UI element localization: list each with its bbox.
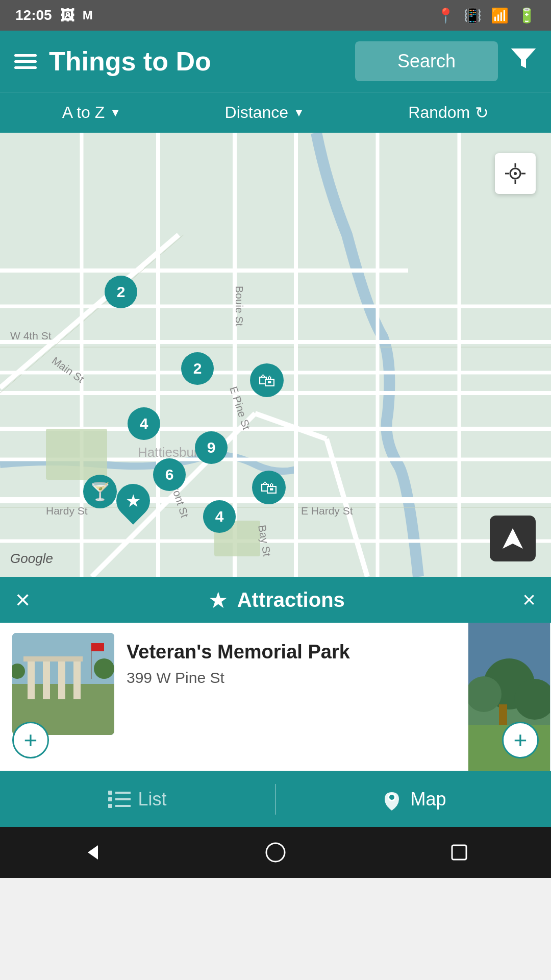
svg-rect-24: [46, 429, 107, 480]
svg-rect-45: [28, 658, 35, 699]
svg-rect-65: [108, 797, 112, 801]
status-bar: 12:05 🖼 M 📍 📳 📶 🔋: [0, 0, 551, 31]
svg-rect-64: [108, 791, 112, 795]
map-marker-6[interactable]: 6: [153, 458, 186, 491]
navigate-button[interactable]: [490, 516, 536, 561]
svg-rect-48: [73, 658, 81, 699]
svg-rect-46: [43, 658, 50, 699]
venue-name: Veteran's Memorial Park: [127, 641, 350, 663]
svg-rect-49: [23, 656, 83, 662]
map-marker-drink[interactable]: 🍸: [83, 475, 117, 508]
panel-card-info: Veteran's Memorial Park 399 W Pine St: [114, 633, 362, 761]
battery-icon: 🔋: [518, 7, 536, 24]
panel-header-left: ★ Attractions: [208, 587, 345, 613]
panel-container: × ★ Attractions ×: [0, 577, 551, 771]
map-roads-svg: Bouie St Main St E Pine St W Front St Ha…: [0, 133, 551, 577]
svg-text:E Hardy St: E Hardy St: [301, 505, 353, 517]
map-pin-icon: [381, 788, 403, 811]
svg-point-70: [266, 843, 285, 862]
status-time: 12:05: [15, 7, 52, 23]
sort-random-refresh-icon: ↻: [475, 103, 489, 122]
list-nav-label: List: [138, 789, 166, 810]
svg-rect-66: [108, 804, 112, 808]
location-icon: 📍: [437, 7, 455, 24]
wifi-icon: 📶: [491, 7, 509, 24]
panel-close-left-button[interactable]: ×: [15, 587, 30, 612]
svg-rect-47: [58, 658, 65, 699]
map-container[interactable]: Bouie St Main St E Pine St W Front St Ha…: [0, 133, 551, 577]
svg-point-68: [389, 795, 394, 800]
status-bar-right: 📍 📳 📶 🔋: [437, 7, 536, 24]
search-input[interactable]: Search: [355, 41, 498, 81]
sort-distance-arrow-icon: ▼: [293, 106, 305, 119]
panel-header: × ★ Attractions ×: [0, 577, 551, 623]
svg-marker-69: [88, 845, 98, 860]
panel-close-button[interactable]: ×: [522, 587, 536, 612]
svg-rect-51: [91, 643, 104, 651]
map-marker-2a[interactable]: 2: [105, 276, 137, 308]
list-nav-button[interactable]: List: [0, 771, 275, 827]
list-icon: [108, 790, 131, 809]
map-marker-shop-2[interactable]: 🛍: [252, 471, 286, 504]
add-left-button[interactable]: +: [12, 722, 49, 758]
panel-card[interactable]: Veteran's Memorial Park 399 W Pine St: [0, 623, 468, 771]
filter-icon[interactable]: [510, 45, 537, 78]
panel-content: Veteran's Memorial Park 399 W Pine St + …: [0, 623, 551, 771]
svg-text:Hardy St: Hardy St: [46, 505, 88, 517]
svg-text:Bouie St: Bouie St: [234, 286, 245, 327]
svg-marker-41: [503, 528, 523, 549]
map-nav-label: Map: [410, 789, 446, 810]
back-button[interactable]: [81, 841, 103, 864]
sort-distance-button[interactable]: Distance ▼: [225, 103, 305, 122]
vibrate-icon: 📳: [464, 7, 482, 24]
attractions-star-icon: ★: [208, 587, 228, 613]
svg-rect-71: [452, 845, 466, 860]
page-title: Things to Do: [49, 46, 343, 77]
map-marker-4b[interactable]: 4: [203, 500, 236, 533]
add-right-button[interactable]: +: [502, 722, 539, 758]
status-bar-left: 12:05 🖼 M: [15, 7, 93, 24]
sort-az-arrow-icon: ▼: [110, 106, 121, 119]
header: Things to Do Search: [0, 31, 551, 92]
svg-point-40: [514, 172, 517, 175]
map-marker-shop-1[interactable]: 🛍: [250, 363, 284, 397]
map-nav-button[interactable]: Map: [276, 771, 551, 827]
gmail-icon: M: [83, 8, 93, 22]
svg-marker-0: [512, 49, 535, 67]
svg-point-52: [94, 658, 114, 679]
map-marker-2b[interactable]: 2: [181, 352, 214, 385]
sort-random-button[interactable]: Random ↻: [408, 103, 489, 122]
panel-title: Attractions: [237, 589, 345, 611]
google-logo: Google: [10, 551, 53, 567]
bottom-navigation: List Map: [0, 771, 551, 827]
venue-image: [12, 633, 114, 735]
photo-icon: 🖼: [60, 7, 74, 24]
recents-button[interactable]: [448, 841, 470, 864]
svg-text:W 4th St: W 4th St: [10, 330, 52, 341]
map-marker-star-pin[interactable]: ★: [116, 484, 150, 518]
locate-button[interactable]: [495, 153, 536, 194]
system-navigation-bar: [0, 827, 551, 878]
venue-address: 399 W Pine St: [127, 669, 350, 687]
sort-az-button[interactable]: A to Z ▼: [62, 103, 121, 122]
home-button[interactable]: [264, 841, 287, 864]
map-marker-4a[interactable]: 4: [128, 407, 160, 440]
sort-bar: A to Z ▼ Distance ▼ Random ↻: [0, 92, 551, 133]
map-marker-9[interactable]: 9: [195, 431, 228, 464]
hamburger-menu-icon[interactable]: [14, 54, 37, 69]
